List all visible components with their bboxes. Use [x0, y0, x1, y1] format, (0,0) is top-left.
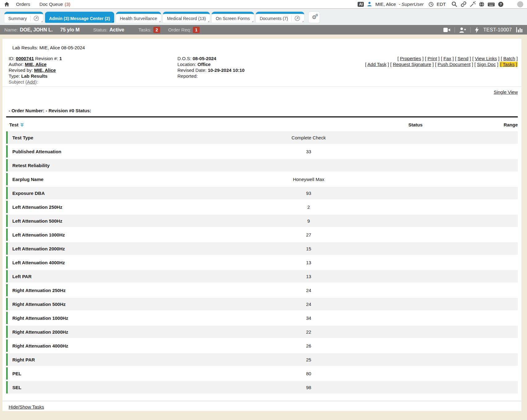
cell-test: Published Attenuation	[8, 149, 242, 154]
tab-medical-record[interactable]: Medical Record (13)	[163, 12, 210, 23]
chart-icon[interactable]	[516, 27, 523, 33]
globe-icon[interactable]	[479, 1, 485, 7]
location-line: Location: Office	[177, 61, 365, 67]
table-row: Left PAR13	[6, 270, 518, 282]
action-link-tasks[interactable]: Tasks	[503, 62, 514, 67]
single-view-row: Single View	[6, 90, 518, 94]
user-name[interactable]: MIE, Alice	[375, 2, 396, 7]
cell-test: Earplug Name	[8, 177, 242, 182]
section-divider	[2, 86, 521, 87]
keyboard-icon[interactable]	[488, 1, 495, 7]
help-icon[interactable]: ?	[498, 1, 504, 7]
video-camera-icon[interactable]	[443, 27, 450, 33]
cell-value: 24	[242, 302, 375, 307]
subject-suffix: ):	[35, 79, 38, 84]
user-icon	[367, 1, 372, 7]
footer-row: Hide/Show Tasks	[6, 401, 518, 412]
action-link-send[interactable]: Send	[458, 56, 468, 61]
table-row: Exposure DBA93	[6, 187, 518, 199]
document-actions-row1: [ Properties ] [ Print ] [ Fax ] [ Send …	[365, 56, 518, 61]
cell-value: 24	[242, 288, 375, 293]
sort-chevrons-icon[interactable]	[20, 122, 24, 127]
table-row: Test TypeComplete Check	[6, 131, 518, 144]
tab-admin-message-center[interactable]: Admin (3):Message Center (2)	[45, 12, 114, 23]
nav-doc-queue[interactable]: Doc Queue	[39, 2, 63, 7]
cell-test: Right Attenuation 2000Hz	[8, 329, 242, 335]
table-row: Earplug NameHoneywell Max	[6, 173, 518, 185]
tasks-group: Tasks: 2	[139, 27, 160, 33]
subject-line: Subject (Add):	[9, 79, 177, 85]
search-icon[interactable]	[451, 1, 458, 7]
column-header-status: Status	[375, 122, 456, 127]
action-link-view-links[interactable]: View Links	[475, 56, 497, 61]
popout-icon[interactable]	[30, 15, 39, 21]
cell-value: 27	[242, 232, 375, 237]
action-link-add-task[interactable]: Add Task	[367, 62, 386, 67]
table-row: Published Attenuation33	[6, 145, 518, 158]
action-print: [ Print ]	[425, 56, 440, 61]
cell-test: Exposure DBA	[8, 191, 242, 196]
action-link-request-signature[interactable]: Request Signature	[393, 62, 431, 67]
patient-bar-actions: TEST-10007	[443, 27, 523, 33]
cell-value: 13	[242, 274, 375, 279]
cell-test: Left Attenuation 1000Hz	[8, 232, 242, 237]
table-row: Left Attenuation 500Hz9	[6, 215, 518, 227]
patient-status-group: Status: Active	[93, 27, 124, 33]
action-sign-doc: [ Sign Doc ]	[475, 62, 499, 67]
author-label: Author:	[9, 62, 23, 67]
wand-icon[interactable]	[470, 1, 476, 7]
document-id-link[interactable]: 0000741	[16, 56, 34, 61]
action-link-fax[interactable]: Fax	[443, 56, 451, 61]
tasks-count-badge[interactable]: 2	[153, 27, 160, 33]
action-link-sign-doc[interactable]: Sign Doc	[477, 62, 496, 67]
results-table-header: Test Status Range	[6, 117, 518, 131]
tab-on-screen-forms[interactable]: On Screen Forms	[212, 12, 254, 23]
table-row: Right Attenuation 250Hz24	[6, 284, 518, 296]
settings-gear-button[interactable]: ⚙ ⚙	[309, 12, 320, 23]
status-value: Active	[110, 27, 124, 33]
subject-add-link[interactable]: Add	[27, 79, 35, 84]
action-tasks: [ Tasks ]	[500, 62, 518, 67]
action-batch: [ Batch ]	[501, 56, 518, 61]
tab-label: Summary	[8, 16, 27, 21]
doc-queue-count: (3)	[65, 2, 70, 7]
action-properties: [ Properties ]	[397, 56, 424, 61]
cell-value: 93	[242, 191, 375, 196]
tab-label: On Screen Forms	[216, 16, 250, 21]
action-link-batch[interactable]: Batch	[503, 56, 515, 61]
ai-badge[interactable]: AI	[358, 2, 364, 7]
popout-icon[interactable]	[291, 15, 300, 21]
revised-by-label: Revised by:	[9, 68, 33, 73]
document-title: Lab Results: MIE, Alice 08-05-2024	[6, 45, 518, 50]
author-link[interactable]: MIE, Alice	[25, 62, 47, 67]
dos-value: 08-05-2024	[193, 56, 216, 61]
document-header: ID: 0000741 Revision #: 1 Author: MIE, A…	[6, 56, 518, 85]
nav-orders[interactable]: Orders	[16, 2, 30, 7]
action-link-properties[interactable]: Properties	[400, 56, 421, 61]
add-person-icon[interactable]	[459, 27, 466, 33]
hide-show-tasks-link[interactable]: Hide/Show Tasks	[9, 404, 44, 410]
column-header-spacer	[242, 122, 375, 127]
tab-bar: Summary Admin (3):Message Center (2) Hea…	[0, 9, 527, 25]
lightning-icon[interactable]	[475, 27, 479, 33]
action-link-print[interactable]: Print	[428, 56, 437, 61]
home-icon[interactable]	[4, 1, 10, 7]
cell-value: 98	[242, 385, 375, 390]
order-req-count-badge[interactable]: 1	[193, 27, 200, 33]
table-row: Right Attenuation 2000Hz22	[6, 326, 518, 338]
tab-documents[interactable]: Documents (7)	[256, 12, 305, 23]
action-link-push-document[interactable]: Push Document	[438, 62, 471, 67]
single-view-link[interactable]: Single View	[494, 89, 518, 95]
tab-health-surveillance[interactable]: Health Surveillance	[116, 12, 161, 23]
cell-test: Left PAR	[8, 274, 242, 279]
clock-icon[interactable]	[428, 2, 434, 7]
type-value: Lab Results	[21, 73, 48, 79]
column-header-test[interactable]: Test	[6, 122, 242, 127]
table-row: Left Attenuation 4000Hz13	[6, 256, 518, 269]
link-icon[interactable]	[460, 1, 467, 7]
table-row: Right Attenuation 4000Hz26	[6, 340, 518, 352]
tab-summary[interactable]: Summary	[4, 12, 43, 23]
presence-indicator-icon[interactable]	[517, 1, 523, 7]
revised-by-link[interactable]: MIE, Alice	[34, 68, 56, 73]
action-send: [ Send ]	[455, 56, 471, 61]
